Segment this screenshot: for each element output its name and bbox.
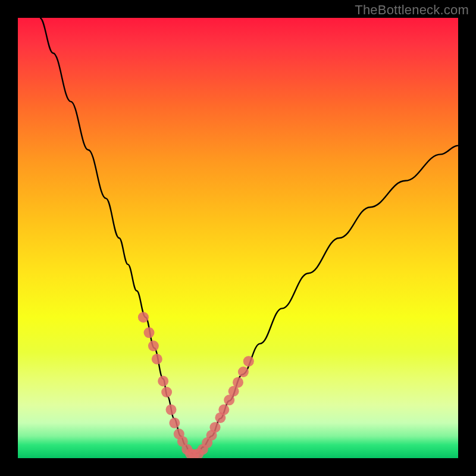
plot-area [18, 18, 458, 458]
highlight-dot [158, 376, 168, 387]
highlight-dot [233, 377, 243, 388]
highlight-dot [218, 405, 229, 415]
highlight-dots [138, 312, 254, 458]
highlight-dot [138, 312, 149, 322]
highlight-dot [152, 354, 162, 365]
highlight-dot [169, 418, 180, 428]
main-curve [40, 18, 458, 455]
chart-frame: TheBottleneck.com [0, 0, 476, 476]
highlight-dot [166, 405, 177, 415]
highlight-dot [144, 327, 155, 338]
highlight-dot [243, 356, 254, 367]
highlight-dot [238, 367, 249, 377]
curve-layer [18, 18, 458, 458]
highlight-dot [161, 387, 172, 397]
main-curve-path [40, 18, 458, 455]
highlight-dot [148, 340, 159, 351]
watermark-text: TheBottleneck.com [355, 2, 469, 18]
highlight-dot [210, 422, 221, 433]
